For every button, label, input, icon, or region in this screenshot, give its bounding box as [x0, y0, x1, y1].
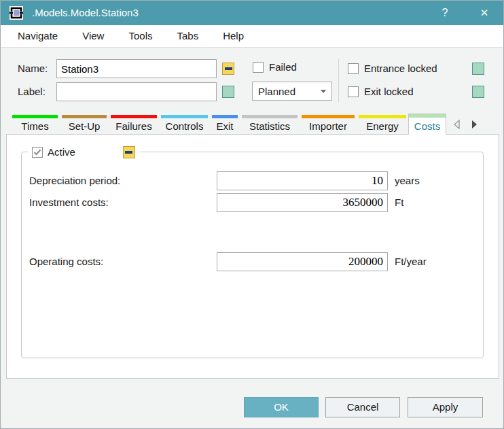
tab-importer[interactable]: Importer — [300, 115, 357, 135]
name-input[interactable] — [56, 59, 217, 78]
ok-button[interactable]: OK — [244, 397, 319, 417]
tab-energy-label: Energy — [357, 119, 408, 134]
active-label: Active — [48, 147, 75, 158]
active-checkbox[interactable] — [32, 147, 43, 158]
name-label: Name: — [18, 59, 48, 78]
check-icon — [33, 148, 41, 156]
tab-energy[interactable]: Energy — [357, 115, 408, 135]
state-dropdown-value: Planned — [258, 86, 295, 97]
tab-color-bar — [302, 115, 355, 118]
failed-checkbox[interactable] — [253, 62, 264, 73]
window-title: .Models.Model.Station3 — [32, 1, 139, 25]
inherit-bar-icon — [125, 151, 132, 154]
entrance-locked-checkbox[interactable] — [348, 63, 359, 74]
tab-scroll-right-icon[interactable] — [467, 118, 482, 131]
label-inherit-button[interactable] — [222, 86, 234, 98]
tab-color-bar — [111, 115, 157, 118]
failed-label: Failed — [269, 62, 297, 73]
tab-strip: Times Set-Up Failures Controls Exit Stat… — [10, 114, 446, 135]
active-group-header: Active — [28, 146, 139, 158]
tab-color-bar — [242, 115, 298, 118]
exit-locked-checkbox[interactable] — [348, 86, 359, 97]
investment-costs-label: Investment costs: — [29, 193, 109, 212]
menu-view[interactable]: View — [70, 25, 116, 47]
state-dropdown[interactable]: Planned — [252, 82, 332, 101]
tab-statistics[interactable]: Statistics — [240, 115, 300, 135]
entrance-locked-label: Entrance locked — [364, 63, 437, 74]
active-inherit-button[interactable] — [123, 146, 135, 158]
label-label: Label: — [18, 82, 46, 101]
tab-color-bar — [62, 115, 107, 118]
tab-setup[interactable]: Set-Up — [60, 115, 109, 135]
menu-navigate[interactable]: Navigate — [5, 25, 70, 47]
tab-scroll-left-icon[interactable] — [449, 118, 464, 131]
name-inherit-button[interactable] — [222, 63, 234, 75]
apply-button[interactable]: Apply — [408, 397, 483, 417]
chevron-down-icon — [321, 90, 326, 93]
station-icon[interactable] — [10, 6, 23, 20]
depreciation-period-unit: years — [395, 171, 420, 190]
inherit-bar-icon — [225, 67, 232, 70]
menu-bar: Navigate View Tools Tabs Help — [1, 25, 503, 48]
tab-controls[interactable]: Controls — [159, 115, 210, 135]
tab-color-bar — [212, 115, 238, 118]
operating-costs-unit: Ft/year — [395, 252, 427, 271]
tab-scroll-arrows — [449, 118, 482, 131]
operating-costs-input[interactable] — [217, 252, 388, 271]
label-input[interactable] — [56, 82, 217, 101]
tab-times-label: Times — [10, 119, 60, 134]
entrance-inherit-button[interactable] — [472, 63, 484, 75]
operating-costs-label: Operating costs: — [29, 252, 103, 271]
tab-color-bar — [12, 115, 58, 118]
tab-color-bar — [359, 115, 406, 118]
tab-importer-label: Importer — [300, 119, 357, 134]
menu-tools[interactable]: Tools — [116, 25, 164, 47]
tab-costs-label: Costs — [409, 119, 446, 134]
exit-locked-label: Exit locked — [364, 86, 414, 97]
tab-controls-label: Controls — [159, 119, 210, 134]
tab-color-bar — [409, 114, 446, 118]
tab-color-bar — [161, 115, 208, 118]
menu-help[interactable]: Help — [211, 25, 256, 47]
tab-costs[interactable]: Costs — [408, 114, 446, 135]
station-dialog-window: .Models.Model.Station3 ? ✕ Navigate View… — [0, 0, 504, 429]
depreciation-period-input[interactable] — [217, 171, 388, 190]
close-button[interactable]: ✕ — [473, 1, 495, 25]
title-bar: .Models.Model.Station3 ? ✕ — [1, 1, 503, 25]
exit-inherit-button[interactable] — [472, 86, 484, 98]
cancel-button[interactable]: Cancel — [325, 397, 400, 417]
header-divider — [338, 58, 339, 103]
menu-tabs[interactable]: Tabs — [164, 25, 211, 47]
tab-setup-label: Set-Up — [60, 119, 109, 134]
investment-costs-unit: Ft — [395, 193, 403, 212]
tab-exit-label: Exit — [210, 119, 240, 134]
tab-exit[interactable]: Exit — [210, 115, 240, 135]
tab-failures[interactable]: Failures — [109, 115, 159, 135]
tab-statistics-label: Statistics — [240, 119, 300, 134]
tab-times[interactable]: Times — [10, 115, 60, 135]
help-button[interactable]: ? — [434, 1, 456, 25]
tab-failures-label: Failures — [109, 119, 159, 134]
investment-costs-input[interactable] — [217, 193, 388, 212]
depreciation-period-label: Depreciation period: — [29, 171, 120, 190]
